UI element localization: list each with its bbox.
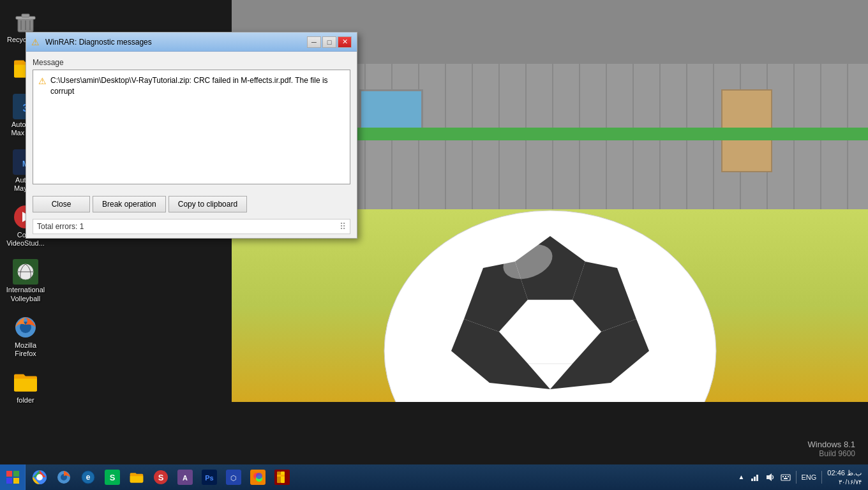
svg-rect-51 [756, 475, 758, 481]
system-clock[interactable]: 02:46 ب.ظ ۳۰/۱۶/۷۴ [827, 468, 862, 486]
folder-bottom-label: folder [17, 396, 34, 405]
dialog-warning-icon: ⚠ [31, 37, 41, 47]
svg-rect-10 [22, 14, 29, 17]
svg-marker-52 [767, 473, 772, 481]
clock-date: ۳۰/۱۶/۷۴ [827, 478, 862, 486]
svg-text:Ps: Ps [205, 474, 213, 482]
desktop-icon-firefox[interactable]: Mozilla Firefox [3, 312, 49, 360]
svg-rect-53 [781, 475, 790, 480]
svg-text:S: S [158, 473, 164, 482]
message-box[interactable]: ⚠ C:\Users\amin\Desktop\V-RayTutorial.zi… [33, 70, 350, 184]
svg-rect-55 [785, 476, 786, 477]
tray-expand-button[interactable]: ▲ [738, 473, 745, 480]
winrar-dialog: ⚠ WinRAR: Diagnostic messages ─ □ ✕ Mess… [26, 32, 357, 239]
taskbar-icon-app6[interactable]: A [174, 466, 197, 489]
dialog-title: WinRAR: Diagnostic messages [45, 38, 307, 47]
svg-text:S: S [110, 473, 116, 482]
dialog-titlebar: ⚠ WinRAR: Diagnostic messages ─ □ ✕ [26, 33, 357, 52]
svg-text:⬡: ⬡ [230, 474, 237, 482]
taskbar-icon-sketchbook[interactable]: S [149, 466, 172, 489]
svg-rect-50 [754, 477, 756, 481]
dialog-minimize-button[interactable]: ─ [307, 36, 321, 48]
close-button[interactable]: Close [33, 196, 90, 212]
error-warning-icon: ⚠ [38, 76, 47, 86]
tray-separator [796, 471, 797, 484]
network-icon [750, 472, 760, 482]
error-row: ⚠ C:\Users\amin\Desktop\V-RayTutorial.zi… [38, 75, 345, 97]
taskbar-icon-paint[interactable] [246, 466, 269, 489]
svg-rect-46 [277, 471, 281, 483]
clock-time: 02:46 ب.ظ [827, 468, 862, 477]
svg-point-26 [36, 474, 43, 480]
svg-text:A: A [183, 474, 188, 482]
svg-point-44 [256, 473, 262, 479]
desktop: Recycle Bin 3 Autode... Max 20... M Aut [0, 0, 868, 490]
error-message-text: C:\Users\amin\Desktop\V-RayTutorial.zip:… [50, 75, 345, 97]
dialog-body: Message ⚠ C:\Users\amin\Desktop\V-RayTut… [26, 52, 357, 191]
desktop-icon-volleyball[interactable]: International Volleyball [3, 256, 49, 305]
status-text: Total errors: 1 [37, 222, 84, 231]
dialog-status-bar: Total errors: 1 ⠿ [33, 219, 350, 234]
taskbar-icon-chrome[interactable] [28, 466, 51, 489]
svg-rect-49 [751, 479, 753, 481]
soccer-ball [375, 147, 726, 402]
taskbar-icon-area: e S S [26, 464, 296, 490]
taskbar-icon-app8[interactable]: ⬡ [222, 466, 245, 489]
taskbar-icon-winrar[interactable] [271, 466, 294, 489]
system-tray: ▲ ENG 02:46 ب.ظ [738, 468, 868, 486]
taskbar-icon-explorer[interactable] [125, 466, 148, 489]
taskbar-icon-firefox[interactable] [52, 466, 75, 489]
volume-icon [765, 472, 775, 482]
resize-handle[interactable]: ⠿ [340, 221, 346, 232]
start-button[interactable] [0, 464, 26, 490]
svg-rect-56 [788, 476, 789, 477]
windows-branding: Windows 8.1 Build 9600 [808, 440, 855, 458]
taskbar: e S S [0, 464, 868, 490]
svg-rect-57 [784, 478, 788, 479]
keyboard-icon [781, 472, 791, 482]
windows-logo [6, 471, 19, 484]
dialog-close-button[interactable]: ✕ [338, 36, 352, 48]
dialog-footer: Close Break operation Copy to clipboard [26, 191, 357, 219]
break-operation-button[interactable]: Break operation [93, 196, 166, 212]
language-indicator[interactable]: ENG [802, 473, 817, 481]
dialog-window-controls: ─ □ ✕ [307, 36, 352, 48]
firefox-label: Mozilla Firefox [5, 341, 46, 358]
svg-rect-47 [281, 471, 285, 483]
tray-separator-2 [821, 471, 822, 484]
svg-rect-48 [277, 475, 285, 477]
dialog-maximize-button[interactable]: □ [322, 36, 336, 48]
svg-rect-54 [782, 476, 784, 477]
taskbar-icon-ie[interactable]: e [77, 466, 100, 489]
copy-to-clipboard-button[interactable]: Copy to clipboard [168, 196, 247, 212]
desktop-icon-folder-bottom[interactable]: folder [3, 367, 49, 407]
taskbar-icon-photoshop[interactable]: Ps [198, 466, 221, 489]
volleyball-label: International Volleyball [5, 286, 46, 302]
svg-text:e: e [86, 473, 91, 482]
taskbar-icon-store[interactable]: S [101, 466, 124, 489]
message-label: Message [33, 58, 350, 67]
